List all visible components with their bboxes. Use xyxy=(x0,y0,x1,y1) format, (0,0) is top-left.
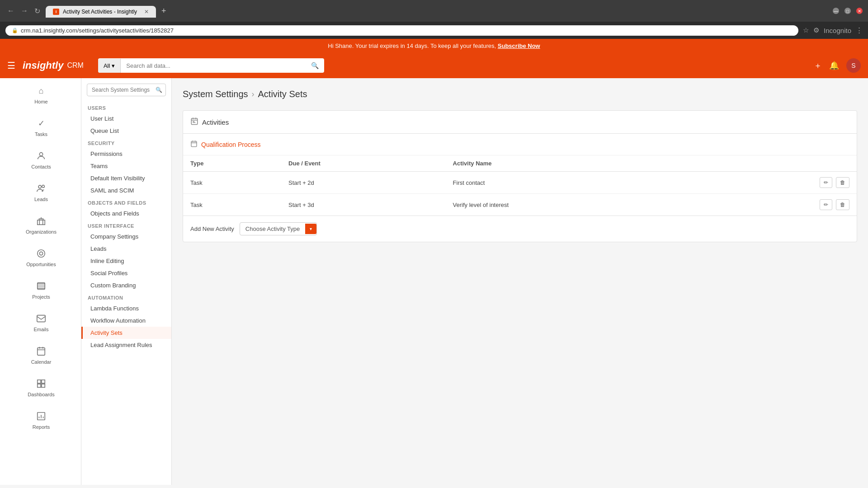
forward-button[interactable]: → xyxy=(19,6,30,16)
main-sidebar: ⌂ Home ✓ Tasks Contacts Leads Organizati… xyxy=(0,78,81,485)
panel-header: Activities xyxy=(183,111,857,134)
tab-title: Activity Set Activities - Insightly xyxy=(63,9,137,15)
sidebar-item-emails[interactable]: Emails xyxy=(0,306,81,338)
sidebar-item-reports[interactable]: Reports xyxy=(0,404,81,436)
dropdown-arrow-icon: ▾ xyxy=(305,224,316,234)
col-header-actions xyxy=(694,155,857,172)
panel-header-icon xyxy=(190,117,198,127)
activity-table: Type Due / Event Activity Name Task Star… xyxy=(183,155,857,216)
table-row: Task Start + 2d First contact ✏ 🗑 xyxy=(183,172,857,194)
close-button[interactable]: ✕ xyxy=(856,8,863,14)
add-icon[interactable]: ＋ xyxy=(814,60,822,71)
cell-due-event-1: Start + 2d xyxy=(281,172,445,194)
settings-sidebar: 🔍 USERS User List Queue List SECURITY Pe… xyxy=(81,78,172,485)
breadcrumb-parent[interactable]: System Settings xyxy=(183,89,248,99)
nav-item-saml-scim[interactable]: SAML and SCIM xyxy=(81,184,171,197)
activity-set-name[interactable]: Qualification Process xyxy=(201,141,261,148)
projects-icon xyxy=(35,280,47,292)
svg-rect-11 xyxy=(38,384,41,387)
nav-item-activity-sets[interactable]: Activity Sets xyxy=(81,327,171,339)
table-row: Task Start + 3d Verify level of interest… xyxy=(183,194,857,216)
nav-item-default-item-visibility[interactable]: Default Item Visibility xyxy=(81,172,171,184)
edit-row-1-button[interactable]: ✏ xyxy=(820,177,832,188)
nav-item-teams[interactable]: Teams xyxy=(81,160,171,172)
sidebar-label-dashboards: Dashboards xyxy=(28,392,54,397)
menu-icon[interactable]: ⋮ xyxy=(856,26,863,34)
sidebar-item-projects[interactable]: Projects xyxy=(0,273,81,306)
search-all-button[interactable]: All ▾ xyxy=(98,59,121,73)
nav-item-leads-ui[interactable]: Leads xyxy=(81,243,171,255)
svg-rect-3 xyxy=(38,220,45,225)
calendar-icon xyxy=(35,345,47,357)
active-tab[interactable]: I Activity Set Activities - Insightly ✕ xyxy=(46,6,156,18)
svg-point-4 xyxy=(38,250,45,258)
tab-close-button[interactable]: ✕ xyxy=(144,9,149,15)
svg-rect-10 xyxy=(42,380,45,383)
nav-item-inline-editing[interactable]: Inline Editing xyxy=(81,255,171,267)
nav-item-queue-list[interactable]: Queue List xyxy=(81,125,171,137)
nav-item-custom-branding[interactable]: Custom Branding xyxy=(81,279,171,291)
main-content: 🔍 USERS User List Queue List SECURITY Pe… xyxy=(81,78,868,485)
nav-item-permissions[interactable]: Permissions xyxy=(81,148,171,160)
col-header-type: Type xyxy=(183,155,281,172)
delete-row-1-button[interactable]: 🗑 xyxy=(836,177,849,188)
subscribe-link[interactable]: Subscribe Now xyxy=(498,42,540,49)
breadcrumb-separator: › xyxy=(252,89,255,99)
activities-panel: Activities Qualification Process Type Du… xyxy=(183,110,857,242)
sidebar-item-contacts[interactable]: Contacts xyxy=(0,143,81,176)
new-tab-button[interactable]: + xyxy=(158,5,170,18)
activity-set-header: Qualification Process xyxy=(183,134,857,155)
app-body: ⌂ Home ✓ Tasks Contacts Leads Organizati… xyxy=(0,78,868,485)
sidebar-item-dashboards[interactable]: Dashboards xyxy=(0,371,81,404)
breadcrumb: System Settings › Activity Sets xyxy=(183,89,857,99)
app-header: ☰ insightly CRM All ▾ 🔍 ＋ 🔔 S xyxy=(0,53,868,78)
sidebar-label-leads: Leads xyxy=(34,197,48,202)
maximize-button[interactable]: □ xyxy=(844,8,851,14)
edit-row-2-button[interactable]: ✏ xyxy=(820,199,832,210)
section-label-objects-fields: OBJECTS AND FIELDS xyxy=(81,197,171,207)
minimize-button[interactable]: — xyxy=(833,8,839,14)
nav-item-social-profiles[interactable]: Social Profiles xyxy=(81,267,171,279)
sidebar-item-organizations[interactable]: Organizations xyxy=(0,208,81,241)
activity-set-icon xyxy=(190,140,198,149)
sidebar-item-opportunities[interactable]: Opportunities xyxy=(0,241,81,273)
nav-item-objects-fields[interactable]: Objects and Fields xyxy=(81,207,171,220)
refresh-button[interactable]: ↻ xyxy=(33,6,42,16)
back-button[interactable]: ← xyxy=(5,6,16,16)
cell-activity-name-2: Verify level of interest xyxy=(446,194,694,216)
search-input[interactable] xyxy=(121,59,306,73)
lock-icon: 🔒 xyxy=(12,28,18,33)
settings-layout: 🔍 USERS User List Queue List SECURITY Pe… xyxy=(81,78,868,485)
header-icons: ＋ 🔔 S xyxy=(814,58,861,73)
avatar[interactable]: S xyxy=(846,58,861,73)
trial-banner: Hi Shane. Your trial expires in 14 days.… xyxy=(0,39,868,53)
sidebar-item-tasks[interactable]: ✓ Tasks xyxy=(0,111,81,143)
address-bar-icons: ☆ ⚙ Incognito ⋮ xyxy=(803,26,863,34)
sidebar-item-calendar[interactable]: Calendar xyxy=(0,338,81,371)
delete-row-2-button[interactable]: 🗑 xyxy=(836,199,849,210)
url-bar[interactable]: 🔒 crm.na1.insightly.com/settings/activit… xyxy=(5,25,798,36)
nav-item-user-list[interactable]: User List xyxy=(81,113,171,125)
svg-point-1 xyxy=(38,185,41,188)
col-header-activity-name: Activity Name xyxy=(446,155,694,172)
settings-search-input[interactable] xyxy=(87,84,166,96)
sidebar-item-home[interactable]: ⌂ Home xyxy=(0,78,81,111)
svg-rect-8 xyxy=(38,348,45,356)
nav-item-company-settings[interactable]: Company Settings xyxy=(81,230,171,243)
bookmark-icon[interactable]: ☆ xyxy=(803,26,809,34)
nav-item-lambda-functions[interactable]: Lambda Functions xyxy=(81,302,171,314)
activity-type-dropdown[interactable]: Choose Activity Type ▾ xyxy=(240,222,317,235)
browser-nav-buttons: ← → ↻ xyxy=(5,6,42,16)
extension-icon[interactable]: ⚙ xyxy=(813,26,819,34)
sidebar-item-leads[interactable]: Leads xyxy=(0,176,81,208)
settings-content: System Settings › Activity Sets Activiti… xyxy=(172,78,868,485)
organizations-icon xyxy=(35,215,47,227)
sidebar-label-emails: Emails xyxy=(33,327,48,332)
notification-bell-icon[interactable]: 🔔 xyxy=(829,61,839,70)
opportunities-icon xyxy=(35,247,47,260)
nav-item-workflow-automation[interactable]: Workflow Automation xyxy=(81,314,171,327)
hamburger-menu[interactable]: ☰ xyxy=(7,60,15,71)
nav-item-lead-assignment-rules[interactable]: Lead Assignment Rules xyxy=(81,339,171,351)
browser-tabs: I Activity Set Activities - Insightly ✕ … xyxy=(46,5,829,18)
section-label-security: SECURITY xyxy=(81,137,171,148)
